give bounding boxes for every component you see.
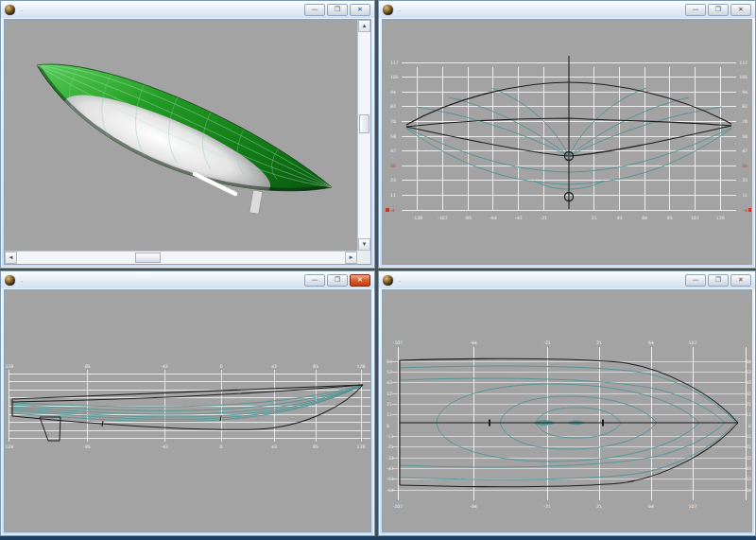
- svg-text:85: 85: [313, 444, 318, 449]
- freeship-window-icon: [383, 5, 393, 15]
- scroll-left-button[interactable]: ◄: [5, 252, 17, 264]
- svg-text:0: 0: [387, 424, 389, 428]
- scroll-up-button[interactable]: ▲: [358, 20, 370, 32]
- close-button[interactable]: ✕: [730, 4, 751, 16]
- svg-text:-32: -32: [744, 456, 751, 461]
- window-title: .: [399, 276, 401, 284]
- scrollbar-corner: [357, 251, 370, 264]
- svg-text:-4: -4: [743, 208, 747, 213]
- viewport-plan[interactable]: -107-64-212164107 -107-64-212164107 6453…: [382, 289, 752, 532]
- bodyplan-left-scale: 11710594827058472311: [390, 61, 399, 198]
- svg-text:94: 94: [390, 90, 396, 95]
- window-title: .: [21, 276, 23, 284]
- scroll-right-button[interactable]: ►: [345, 252, 357, 264]
- vertical-scrollbar[interactable]: ▲ ▼: [357, 20, 370, 251]
- svg-text:0: 0: [220, 444, 223, 449]
- maximize-button[interactable]: ❐: [327, 4, 348, 16]
- scroll-down-button[interactable]: ▼: [358, 238, 370, 251]
- close-button[interactable]: ✕: [350, 4, 370, 16]
- titlebar-plan[interactable]: . — ❐ ✕: [379, 271, 755, 288]
- svg-text:23: 23: [742, 178, 747, 183]
- close-button[interactable]: ✕: [730, 274, 751, 287]
- vertical-scroll-thumb[interactable]: [359, 114, 369, 133]
- app-window-bottom-edge: [0, 536, 756, 540]
- svg-text:107: 107: [689, 504, 697, 509]
- svg-text:53: 53: [746, 370, 751, 375]
- bodyplan-left-scale-red: 35-4: [390, 164, 396, 213]
- horizontal-scroll-thumb[interactable]: [135, 253, 161, 263]
- svg-text:128: 128: [357, 444, 366, 449]
- svg-text:128: 128: [716, 216, 725, 220]
- viewport-profile[interactable]: -128-85-4304385128 -128-85-4304385128: [4, 289, 371, 532]
- svg-text:105: 105: [739, 75, 747, 79]
- svg-text:21: 21: [596, 340, 602, 345]
- svg-text:0: 0: [220, 364, 223, 369]
- svg-text:-21: -21: [543, 340, 551, 345]
- svg-text:-64: -64: [387, 488, 394, 493]
- profile-drawing: -128-85-4304385128 -128-85-4304385128: [5, 290, 371, 532]
- plan-bottom-stations: -107-64-212164107: [393, 504, 697, 509]
- titlebar-bodyplan[interactable]: . — ❐ ✕: [379, 1, 755, 18]
- titlebar-perspective[interactable]: . — ❐ ✕: [1, 1, 374, 18]
- svg-text:-107: -107: [438, 216, 448, 220]
- rudder-3d: [249, 190, 263, 214]
- minimize-button[interactable]: —: [304, 274, 325, 287]
- svg-text:47: 47: [390, 148, 396, 153]
- svg-text:21: 21: [596, 504, 602, 509]
- perspective-canvas[interactable]: [5, 20, 357, 251]
- plan-top-stations: -107-64-212164107: [393, 340, 697, 345]
- svg-text:43: 43: [271, 444, 277, 449]
- svg-text:0: 0: [748, 424, 751, 428]
- minimize-button[interactable]: —: [685, 274, 706, 287]
- minimize-button[interactable]: —: [685, 4, 706, 16]
- viewport-3d[interactable]: ▲ ▼ ◄ ►: [4, 19, 371, 265]
- minimize-button[interactable]: —: [304, 4, 325, 16]
- maximize-button[interactable]: ❐: [708, 4, 729, 16]
- svg-text:85: 85: [667, 216, 673, 220]
- plan-drawing: -107-64-212164107 -107-64-212164107 6453…: [383, 290, 752, 532]
- bodyplan-bottom-scale: -128-107-85-64-43-2121436485107128: [413, 216, 725, 220]
- svg-text:64: 64: [746, 359, 751, 364]
- svg-text:21: 21: [746, 402, 751, 407]
- svg-text:-107: -107: [393, 504, 404, 509]
- svg-text:107: 107: [691, 216, 699, 220]
- svg-text:-53: -53: [387, 477, 394, 481]
- profile-top-stations: -128-85-4304385128: [5, 364, 365, 369]
- svg-text:32: 32: [746, 392, 751, 396]
- svg-text:-128: -128: [413, 216, 423, 220]
- svg-text:-64: -64: [470, 340, 477, 345]
- horizontal-scrollbar[interactable]: ◄ ►: [5, 251, 357, 264]
- maximize-button[interactable]: ❐: [327, 274, 348, 287]
- bodyplan-outline-black: [406, 56, 731, 209]
- close-button[interactable]: ✕: [350, 274, 370, 287]
- grid-marker-right: [748, 208, 752, 212]
- window-title: .: [21, 6, 23, 13]
- window-bodyplan-view: . — ❐ ✕: [378, 0, 756, 269]
- svg-text:-21: -21: [744, 444, 751, 449]
- svg-text:-21: -21: [543, 504, 551, 509]
- svg-text:85: 85: [313, 364, 318, 369]
- svg-text:58: 58: [742, 134, 747, 139]
- svg-text:35: 35: [390, 164, 396, 168]
- maximize-button[interactable]: ❐: [708, 274, 729, 287]
- viewport-bodyplan[interactable]: 11710594827058472311 1171059482705847231…: [382, 19, 752, 265]
- bodyplan-right-scale-red: 35-4: [742, 164, 747, 213]
- svg-text:-32: -32: [387, 456, 394, 461]
- svg-text:64: 64: [642, 216, 647, 220]
- window-plan-view: . — ❐ ✕: [378, 270, 756, 536]
- svg-text:70: 70: [742, 119, 747, 124]
- svg-text:-11: -11: [387, 434, 394, 439]
- titlebar-profile[interactable]: . — ❐ ✕: [1, 271, 374, 288]
- svg-text:82: 82: [390, 104, 396, 109]
- freeship-window-icon: [5, 5, 15, 15]
- grid-marker-left: [386, 208, 389, 212]
- window-title: .: [399, 6, 401, 13]
- plan-outline-black: [400, 358, 738, 486]
- hull-3d-render: [5, 20, 361, 254]
- svg-text:-43: -43: [515, 216, 523, 220]
- svg-text:82: 82: [742, 104, 747, 109]
- svg-text:-128: -128: [5, 364, 13, 369]
- svg-text:94: 94: [742, 90, 747, 95]
- freeship-window-icon: [383, 275, 393, 286]
- svg-text:-11: -11: [744, 434, 751, 439]
